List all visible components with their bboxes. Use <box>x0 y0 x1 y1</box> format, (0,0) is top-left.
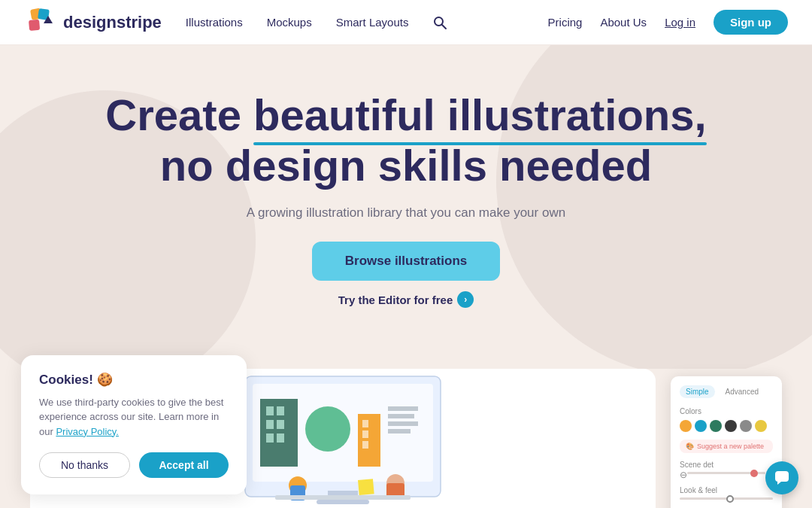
svg-rect-12 <box>266 406 274 415</box>
scene-slider[interactable] <box>687 472 765 474</box>
svg-rect-24 <box>388 414 414 418</box>
svg-rect-20 <box>362 420 368 427</box>
login-button[interactable]: Log in <box>665 16 695 29</box>
cookies-banner: Cookies! 🍪 We use third-party cookies to… <box>21 355 247 495</box>
hero-headline: Create beautiful illustrations, no desig… <box>105 90 706 190</box>
svg-rect-32 <box>358 479 374 495</box>
cookies-actions: No thanks Accept all <box>39 452 229 478</box>
nav-illustrations[interactable]: Illustrations <box>186 16 243 29</box>
svg-rect-2 <box>29 19 40 30</box>
editor-tabs: Simple Advanced <box>680 385 773 398</box>
svg-rect-25 <box>388 421 418 426</box>
logo[interactable]: designstripe <box>24 7 162 38</box>
swatch-green[interactable] <box>710 420 722 432</box>
nav-smart-layouts[interactable]: Smart Layouts <box>336 16 409 29</box>
svg-rect-31 <box>275 495 411 500</box>
svg-rect-10 <box>317 500 369 504</box>
scene-section: Scene det ⊖ ⊕ <box>680 461 773 480</box>
editor-btn-text: Try the Editor for free <box>338 294 453 306</box>
lf-thumb <box>726 495 734 503</box>
svg-rect-23 <box>388 406 418 411</box>
signup-button[interactable]: Sign up <box>714 10 788 35</box>
accept-all-button[interactable]: Accept all <box>139 452 229 478</box>
suggest-label: Suggest a new palette <box>697 443 764 450</box>
svg-rect-14 <box>266 420 274 429</box>
privacy-policy-link[interactable]: Privacy Policy. <box>56 426 119 437</box>
headline-part1: Create beautiful illustrations, <box>105 90 706 139</box>
palette-icon: 🎨 <box>686 443 694 450</box>
svg-rect-26 <box>388 429 411 433</box>
svg-rect-19 <box>358 414 380 467</box>
scene-slider-thumb <box>750 470 758 477</box>
colors-label: Colors <box>680 407 773 415</box>
svg-rect-17 <box>277 433 284 443</box>
cookies-title: Cookies! 🍪 <box>39 372 229 388</box>
scene-label: Scene det <box>680 461 773 469</box>
svg-rect-33 <box>775 471 789 482</box>
tab-simple[interactable]: Simple <box>680 385 715 398</box>
scene-controls: ⊖ ⊕ <box>680 469 773 480</box>
chat-button[interactable] <box>765 461 798 494</box>
svg-rect-21 <box>362 430 368 438</box>
headline-highlight: beautiful illustrations, <box>253 90 707 141</box>
scene-left-icon: ⊖ <box>680 470 687 480</box>
nav-right: Pricing About Us Log in Sign up <box>548 10 788 35</box>
svg-rect-16 <box>266 433 274 443</box>
look-feel-label: Look & feel <box>680 486 773 494</box>
suggest-palette-button[interactable]: 🎨 Suggest a new palette <box>680 440 773 453</box>
swatch-yellow[interactable] <box>755 420 767 432</box>
arrow-icon: › <box>457 291 474 308</box>
bottom-section: Cookies! 🍪 We use third-party cookies to… <box>0 369 812 508</box>
svg-rect-22 <box>362 441 368 449</box>
nav-left: designstripe Illustrations Mockups Smart… <box>24 7 447 38</box>
color-swatches <box>680 420 773 432</box>
swatch-blue[interactable] <box>695 420 707 432</box>
hero-subtitle: A growing illustration library that you … <box>247 205 565 221</box>
cookies-text: We use third-party cookies to give the b… <box>39 395 229 440</box>
swatch-orange[interactable] <box>680 420 692 432</box>
swatch-gray[interactable] <box>740 420 752 432</box>
editor-panel: Simple Advanced Colors 🎨 Suggest a new p… <box>671 376 782 508</box>
tab-advanced[interactable]: Advanced <box>720 385 765 398</box>
svg-rect-15 <box>277 420 284 429</box>
navbar: designstripe Illustrations Mockups Smart… <box>0 0 812 45</box>
editor-button[interactable]: Try the Editor for free › <box>338 291 474 308</box>
chat-icon <box>774 470 790 486</box>
svg-rect-13 <box>277 406 284 415</box>
svg-line-5 <box>442 25 446 29</box>
swatch-dark[interactable] <box>725 420 737 432</box>
no-thanks-button[interactable]: No thanks <box>39 452 130 478</box>
hero-section: Create beautiful illustrations, no desig… <box>0 45 812 369</box>
nav-mockups[interactable]: Mockups <box>267 16 312 29</box>
search-icon[interactable] <box>432 15 447 30</box>
nav-about-us[interactable]: About Us <box>600 16 647 29</box>
svg-point-18 <box>305 406 350 452</box>
logo-text: designstripe <box>63 13 162 32</box>
nav-pricing[interactable]: Pricing <box>548 16 583 29</box>
browse-illustrations-button[interactable]: Browse illustrations <box>312 242 500 281</box>
logo-icon <box>24 7 56 38</box>
look-feel-slider[interactable] <box>680 497 773 500</box>
svg-marker-34 <box>777 482 781 485</box>
headline-part2: no design skills needed <box>160 141 652 190</box>
